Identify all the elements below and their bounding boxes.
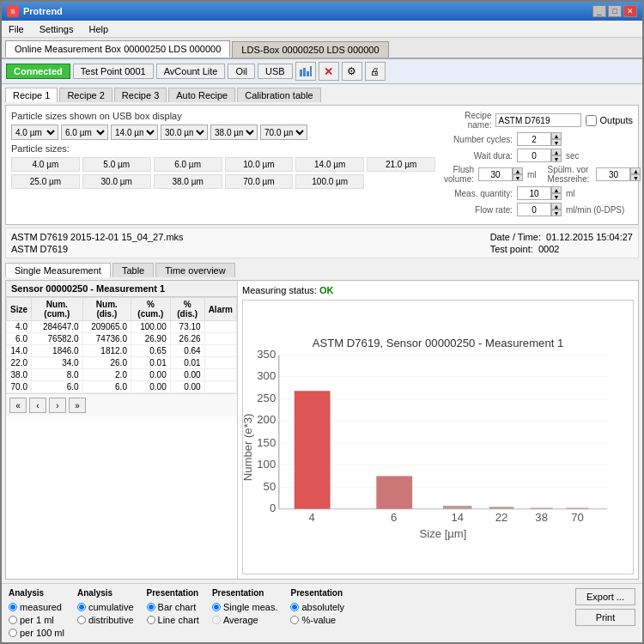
spin-down[interactable]: ▼ — [551, 139, 562, 146]
spulung-input[interactable] — [596, 167, 630, 181]
cell-0-3: 100.00 — [131, 321, 170, 333]
bar-chart-radio[interactable] — [147, 603, 155, 611]
recipe-tab-0[interactable]: Recipe 1 — [5, 88, 58, 102]
meas-qty-input[interactable] — [517, 186, 551, 200]
measured-radio-row: measured — [9, 602, 64, 612]
flow-spin-up[interactable]: ▲ — [551, 203, 562, 210]
meas-qty-spin-up[interactable]: ▲ — [551, 186, 562, 193]
recipe-tab-3[interactable]: Auto Recipe — [168, 88, 235, 102]
nav-bar: « ‹ › » — [6, 393, 237, 416]
menu-help[interactable]: Help — [85, 23, 112, 35]
test-point-button[interactable]: Test Point 0001 — [73, 64, 154, 79]
absolutely-radio[interactable] — [290, 603, 299, 611]
oil-button[interactable]: Oil — [228, 64, 254, 79]
meas-tab-2[interactable]: Time overview — [155, 263, 235, 277]
export-button[interactable]: Export ... — [575, 588, 635, 605]
nav-last[interactable]: » — [69, 398, 86, 413]
print-button[interactable]: Print — [575, 609, 635, 626]
per100ml-radio[interactable] — [9, 629, 17, 637]
cumulative-radio[interactable] — [77, 603, 86, 611]
outputs-checkbox[interactable] — [586, 115, 597, 126]
cell-1-3: 26.90 — [131, 333, 170, 345]
flush-input[interactable] — [478, 167, 513, 181]
wait-spin-down[interactable]: ▼ — [551, 155, 562, 162]
cell-1-4: 26.26 — [170, 333, 204, 345]
number-cycles-input[interactable] — [517, 132, 551, 146]
bar-38um — [531, 507, 553, 508]
psize-10: 100.0 µm — [295, 174, 364, 189]
menu-settings[interactable]: Settings — [36, 23, 77, 35]
wait-dura-spinbox: ▲ ▼ — [517, 149, 562, 162]
distributive-radio[interactable] — [77, 616, 86, 624]
psize-2: 6.0 µm — [154, 157, 222, 172]
svg-text:38: 38 — [535, 511, 548, 524]
wait-spin-up[interactable]: ▲ — [551, 149, 562, 155]
flush-spin-down[interactable]: ▼ — [513, 174, 523, 181]
maximize-button[interactable]: □ — [608, 5, 622, 17]
nav-first[interactable]: « — [9, 398, 27, 413]
average-radio[interactable] — [212, 616, 221, 624]
info-name: ASTM D7619 — [11, 244, 184, 254]
top-tab-0[interactable]: Online Measurement Box 00000250 LDS 0000… — [5, 40, 230, 58]
spulung-spin-down[interactable]: ▼ — [630, 174, 641, 181]
average-radio-row: Average — [212, 615, 278, 625]
recipe-tab-2[interactable]: Recipe 3 — [114, 88, 167, 102]
meas-qty-spin-down[interactable]: ▼ — [551, 193, 562, 200]
svg-text:6: 6 — [391, 511, 397, 524]
pct-value-radio[interactable] — [290, 616, 299, 624]
line-chart-label: Line chart — [158, 615, 199, 625]
usb-size-0[interactable]: 4.0 µm — [11, 125, 58, 140]
bar-chart-icon[interactable] — [295, 62, 316, 81]
cell-5-0: 70.0 — [7, 381, 32, 393]
nav-next[interactable]: › — [49, 398, 66, 413]
line-chart-radio[interactable] — [147, 616, 155, 624]
title-bar: S Protrend _ □ ✕ — [2, 2, 642, 21]
measured-radio[interactable] — [9, 603, 17, 611]
psize-9: 70.0 µm — [225, 174, 294, 189]
usb-size-1[interactable]: 6.0 µm — [61, 125, 108, 140]
cell-4-0: 38.0 — [7, 369, 32, 381]
cell-4-5 — [204, 369, 236, 381]
average-label: Average — [223, 615, 258, 625]
close-button[interactable]: ✕ — [623, 5, 637, 17]
per100ml-label: per 100 ml — [20, 628, 64, 638]
wait-dura-input[interactable] — [517, 149, 551, 162]
cell-5-2: 6.0 — [82, 381, 131, 393]
usb-size-4[interactable]: 38.0 µm — [210, 125, 258, 140]
flow-rate-input[interactable] — [517, 203, 551, 216]
nav-prev[interactable]: ‹ — [29, 398, 46, 413]
single-meas-radio[interactable] — [212, 603, 221, 611]
flow-spin-down[interactable]: ▼ — [551, 210, 562, 216]
outputs-checkbox-row: Outputs — [586, 115, 633, 126]
spin-up[interactable]: ▲ — [551, 132, 562, 139]
settings-icon[interactable]: ⚙ — [342, 62, 362, 81]
meas-tab-1[interactable]: Table — [112, 263, 154, 277]
toolbar: Connected Test Point 0001 AvCount Lite O… — [2, 59, 642, 84]
meas-quantity-label: Meas. quantity: — [444, 189, 513, 198]
usb-size-2[interactable]: 14.0 µm — [111, 125, 158, 140]
col-size: Size — [7, 298, 32, 321]
meas-unit: ml — [566, 189, 575, 198]
avcount-button[interactable]: AvCount Lite — [156, 64, 226, 79]
usb-button[interactable]: USB — [258, 64, 293, 79]
recipe-tab-4[interactable]: Calibration table — [237, 88, 321, 102]
recipe-settings: Recipe name: Outputs Number cycles: ▲ ▼ — [444, 111, 633, 219]
usb-size-5[interactable]: 70.0 µm — [260, 125, 307, 140]
usb-size-3[interactable]: 30.0 µm — [161, 125, 208, 140]
flush-spin-up[interactable]: ▲ — [513, 167, 523, 174]
wait-dura-label: Wait dura: — [444, 151, 513, 161]
recipe-name-input[interactable] — [495, 113, 581, 127]
particle-section: Particle sizes shown on USB box display … — [11, 111, 435, 219]
connected-button[interactable]: Connected — [6, 64, 70, 79]
svg-text:250: 250 — [257, 392, 276, 404]
print-icon[interactable]: 🖨 — [365, 62, 386, 81]
menu-file[interactable]: File — [5, 23, 27, 35]
meas-tab-0[interactable]: Single Measurement — [5, 263, 111, 277]
minimize-button[interactable]: _ — [592, 5, 606, 17]
spulung-spin-up[interactable]: ▲ — [630, 167, 641, 174]
top-tab-1[interactable]: LDS-Box 00000250 LDS 000000 — [232, 41, 388, 58]
bar-70um — [566, 507, 588, 508]
per1ml-radio[interactable] — [9, 616, 17, 624]
delete-icon[interactable]: ✕ — [319, 62, 339, 81]
recipe-tab-1[interactable]: Recipe 2 — [59, 88, 112, 102]
